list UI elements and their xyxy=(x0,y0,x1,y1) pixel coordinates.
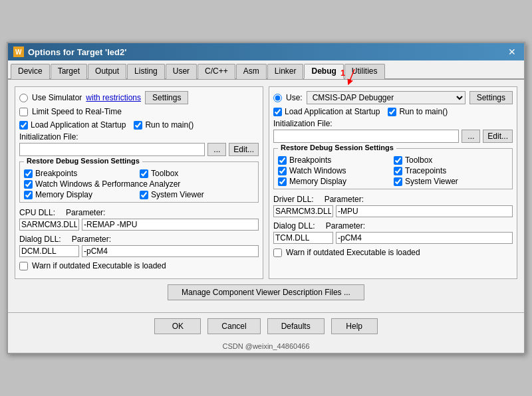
left-cpu-dll-param-input[interactable] xyxy=(82,219,259,231)
right-dialog-dll-input[interactable] xyxy=(273,232,333,244)
left-init-label: Initialization File: xyxy=(19,132,259,142)
left-warn-row: Warn if outdated Executable is loaded xyxy=(19,261,259,270)
defaults-button[interactable]: Defaults xyxy=(267,318,325,334)
right-toolbox-row: Toolbox xyxy=(394,155,508,165)
right-toolbox-label: Toolbox xyxy=(405,155,432,165)
right-warn-checkbox[interactable] xyxy=(273,248,282,257)
tab-listing[interactable]: Listing xyxy=(127,64,165,79)
use-simulator-row: Use Simulator with restrictions Settings xyxy=(19,91,259,104)
limit-speed-row: Limit Speed to Real-Time xyxy=(19,107,259,116)
close-button[interactable]: ✕ xyxy=(505,47,519,57)
right-init-label: Initialization File: xyxy=(273,119,513,128)
tab-device[interactable]: Device xyxy=(11,64,50,79)
left-cpu-dll-param-label: Parameter: xyxy=(66,208,105,217)
left-load-app-label: Load Application at Startup xyxy=(31,120,126,130)
left-system-viewer-label: System Viewer xyxy=(151,190,204,199)
tab-output[interactable]: Output xyxy=(88,64,126,79)
right-debugger-select[interactable]: CMSIS-DAP Debugger xyxy=(307,91,466,104)
watermark: CSDN @weixin_44860466 xyxy=(8,340,524,353)
right-memory-display-checkbox[interactable] xyxy=(278,177,287,186)
right-restore-group-title: Restore Debug Session Settings xyxy=(278,144,396,151)
right-memory-display-row: Memory Display xyxy=(278,177,392,186)
tab-utilities[interactable]: Utilities xyxy=(344,64,385,79)
left-watch-windows-checkbox[interactable] xyxy=(24,180,33,189)
left-init-file-input[interactable] xyxy=(19,143,205,156)
window-title: Options for Target 'led2' xyxy=(28,47,126,57)
right-dialog-dll-label: Dialog DLL: xyxy=(273,221,315,231)
right-use-radio[interactable] xyxy=(273,94,282,102)
limit-speed-checkbox[interactable] xyxy=(19,108,28,116)
tab-target[interactable]: Target xyxy=(51,64,87,79)
help-button[interactable]: Help xyxy=(331,318,378,334)
left-breakpoints-row: Breakpoints xyxy=(24,169,138,178)
tab-linker[interactable]: Linker xyxy=(267,64,304,79)
left-memory-display-checkbox[interactable] xyxy=(24,191,33,199)
right-toolbox-checkbox[interactable] xyxy=(394,156,402,165)
left-init-file-row: ... Edit... xyxy=(19,143,259,156)
right-watch-windows-checkbox[interactable] xyxy=(278,167,287,175)
right-dialog-dll-param-input[interactable] xyxy=(336,232,513,244)
right-browse-button[interactable]: ... xyxy=(462,130,480,143)
two-column-panel: Use Simulator with restrictions Settings… xyxy=(15,86,517,279)
limit-speed-label: Limit Speed to Real-Time xyxy=(32,107,122,116)
right-warn-row: Warn if outdated Executable is loaded xyxy=(273,248,513,257)
tab-asm[interactable]: Asm xyxy=(236,64,267,79)
tab-debug[interactable]: Debug xyxy=(304,64,343,79)
right-driver-dll-section: Driver DLL: Parameter: xyxy=(273,195,513,217)
use-simulator-radio[interactable] xyxy=(19,94,28,102)
title-bar: W Options for Target 'led2' ✕ xyxy=(8,43,524,60)
right-settings-button[interactable]: Settings xyxy=(469,91,513,104)
right-run-to-main-label: Run to main() xyxy=(399,107,448,116)
right-driver-dll-label: Driver DLL: xyxy=(273,195,314,204)
right-breakpoints-checkbox[interactable] xyxy=(278,156,287,165)
left-warn-checkbox[interactable] xyxy=(19,262,28,270)
left-toolbox-row: Toolbox xyxy=(140,169,254,178)
left-browse-button[interactable]: ... xyxy=(207,143,226,156)
left-settings-button[interactable]: Settings xyxy=(145,91,188,104)
right-system-viewer-row: System Viewer xyxy=(394,177,508,186)
left-cpu-dll-input[interactable] xyxy=(19,219,79,231)
left-warn-label: Warn if outdated Executable is loaded xyxy=(32,261,166,270)
manage-component-button[interactable]: Manage Component Viewer Description File… xyxy=(168,284,364,300)
left-toolbox-checkbox[interactable] xyxy=(140,169,148,178)
right-run-to-main-checkbox[interactable] xyxy=(388,108,396,116)
left-dialog-dll-param-input[interactable] xyxy=(82,245,259,257)
left-load-app-row: Load Application at Startup xyxy=(19,120,126,130)
use-simulator-label: Use Simulator xyxy=(32,93,82,102)
left-system-viewer-row: System Viewer xyxy=(140,190,254,199)
right-system-viewer-checkbox[interactable] xyxy=(394,177,402,186)
left-run-to-main-checkbox[interactable] xyxy=(134,121,142,130)
right-load-app-label: Load Application at Startup xyxy=(285,107,380,116)
ok-button[interactable]: OK xyxy=(154,318,201,334)
left-dialog-dll-input[interactable] xyxy=(19,245,79,257)
left-run-to-main-row: Run to main() xyxy=(134,120,194,130)
left-system-viewer-checkbox[interactable] xyxy=(140,191,148,199)
right-driver-dll-input[interactable] xyxy=(273,205,333,217)
svg-text:W: W xyxy=(15,49,22,56)
right-system-viewer-label: System Viewer xyxy=(405,177,458,186)
right-init-file-input[interactable] xyxy=(273,130,459,143)
right-driver-dll-param-label: Parameter: xyxy=(325,195,364,204)
cancel-button[interactable]: Cancel xyxy=(207,318,260,334)
right-init-file-row: ... Edit... xyxy=(273,130,513,143)
tab-cpp[interactable]: C/C++ xyxy=(198,64,235,79)
left-load-app-checkbox[interactable] xyxy=(19,121,28,130)
right-memory-display-label: Memory Display xyxy=(289,177,346,186)
right-warn-label: Warn if outdated Executable is loaded xyxy=(286,248,420,257)
right-edit-button[interactable]: Edit... xyxy=(483,130,513,143)
right-dialog-dll-section: Dialog DLL: Parameter: xyxy=(273,221,513,244)
right-load-app-checkbox[interactable] xyxy=(273,108,282,116)
content-area: 1 Use Simulator with restrictions Settin… xyxy=(8,80,524,312)
left-breakpoints-checkbox[interactable] xyxy=(24,169,33,178)
right-driver-dll-param-input[interactable] xyxy=(336,205,513,217)
left-panel: Use Simulator with restrictions Settings… xyxy=(15,86,263,279)
right-tracepoints-label: Tracepoints xyxy=(405,166,446,175)
with-restrictions-link[interactable]: with restrictions xyxy=(86,93,141,102)
app-icon: W xyxy=(13,47,24,57)
left-edit-button[interactable]: Edit... xyxy=(229,143,259,156)
footer-buttons: OK Cancel Defaults Help xyxy=(8,312,524,340)
left-restore-group-title: Restore Debug Session Settings xyxy=(24,157,142,165)
left-dialog-dll-section: Dialog DLL: Parameter: xyxy=(19,235,259,257)
tab-user[interactable]: User xyxy=(166,64,197,79)
right-tracepoints-checkbox[interactable] xyxy=(394,167,402,175)
